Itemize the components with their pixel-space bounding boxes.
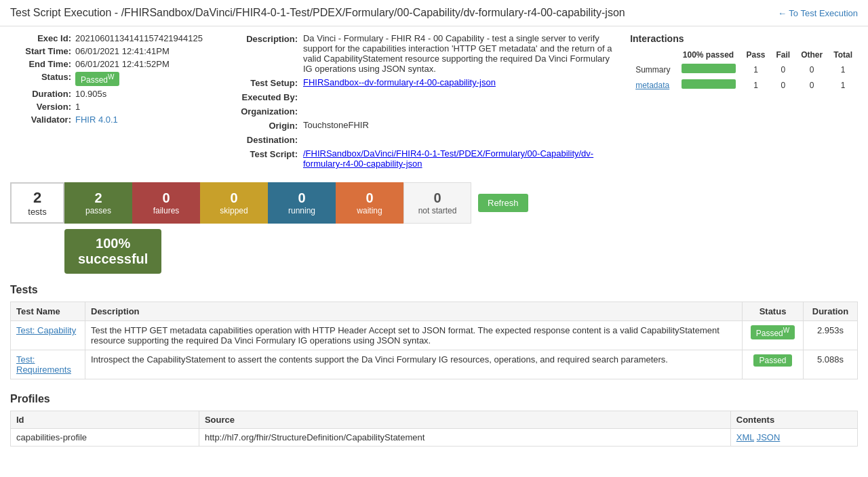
title-path: /FHIRSandbox/DaVinci/FHIR4-0-1-Test/PDEX… xyxy=(121,7,625,18)
test-duration: 2.953s xyxy=(804,321,858,350)
col-total: Total xyxy=(828,48,858,62)
test-script-link[interactable]: /FHIRSandbox/DaVinci/FHIR4-0-1-Test/PDEX… xyxy=(303,148,593,169)
tests-col-status: Status xyxy=(743,302,804,321)
counter-skipped: 0 skipped xyxy=(200,182,268,224)
tests-header-row: Test Name Description Status Duration xyxy=(11,302,858,321)
tests-section-title: Tests xyxy=(10,284,858,296)
interaction-pass: 1 xyxy=(741,62,771,77)
executed-by-row: Executed By: xyxy=(216,91,616,102)
test-setup-link[interactable]: FHIRSandbox--dv-formulary-r4-00-capabili… xyxy=(303,77,496,87)
success-line2: successful xyxy=(78,251,148,267)
running-count: 0 xyxy=(298,190,305,206)
tests-col-duration: Duration xyxy=(804,302,858,321)
refresh-button[interactable]: Refresh xyxy=(478,194,528,212)
profile-id: capabilities-profile xyxy=(11,429,199,447)
end-time-row: End Time: 06/01/2021 12:41:52PM xyxy=(10,59,203,69)
test-script-row: Test Script: /FHIRSandbox/DaVinci/FHIR4-… xyxy=(216,148,616,169)
profile-json-link[interactable]: JSON xyxy=(757,432,781,442)
interaction-progress xyxy=(676,77,741,93)
test-status: Passed xyxy=(743,350,804,379)
desc-label: Description: xyxy=(216,33,298,74)
profiles-col-id: Id xyxy=(11,411,199,429)
exec-id-row: Exec Id: 20210601134141157421944125 xyxy=(10,33,203,43)
origin-label: Origin: xyxy=(216,120,298,131)
test-script-value: /FHIRSandbox/DaVinci/FHIR4-0-1-Test/PDEX… xyxy=(303,148,616,169)
start-time-label: Start Time: xyxy=(10,46,71,56)
duration-label: Duration: xyxy=(10,89,71,99)
back-link[interactable]: ← To Test Execution xyxy=(778,8,858,18)
validator-label: Validator: xyxy=(10,115,71,125)
tests-col-name: Test Name xyxy=(11,302,85,321)
end-time-label: End Time: xyxy=(10,59,71,69)
organization-row: Organization: xyxy=(216,106,616,117)
origin-row: Origin: TouchstoneFHIR xyxy=(216,120,616,131)
interaction-fail: 0 xyxy=(771,62,796,77)
interaction-fail: 0 xyxy=(771,77,796,93)
validator-link[interactable]: FHIR 4.0.1 xyxy=(75,115,118,125)
interactions-header-row: 100% passed Pass Fail Other Total xyxy=(630,48,858,62)
start-time-row: Start Time: 06/01/2021 12:41:41PM xyxy=(10,46,203,56)
duration-value: 10.905s xyxy=(75,89,106,99)
interactions-table: 100% passed Pass Fail Other Total Summar… xyxy=(630,48,858,93)
interactions-panel: Interactions 100% passed Pass Fail Other… xyxy=(630,33,858,172)
counter-waiting: 0 waiting xyxy=(336,182,403,224)
counter-failures: 0 failures xyxy=(132,182,200,224)
status-badge: PassedW xyxy=(751,325,795,339)
status-badge: PassedW xyxy=(75,72,119,86)
interaction-other: 0 xyxy=(795,77,828,93)
test-setup-label: Test Setup: xyxy=(216,77,298,88)
version-row: Version: 1 xyxy=(10,102,203,112)
destination-value xyxy=(303,134,616,145)
status-badge: Passed xyxy=(753,354,791,367)
tests-table: Test Name Description Status Duration Te… xyxy=(10,302,858,379)
counter-running: 0 running xyxy=(268,182,336,224)
waiting-label: waiting xyxy=(357,206,382,215)
validator-value: FHIR 4.0.1 xyxy=(75,115,118,125)
test-name[interactable]: Test: Capability xyxy=(11,321,85,350)
status-label: Status: xyxy=(10,72,71,86)
test-setup-value: FHIRSandbox--dv-formulary-r4-00-capabili… xyxy=(303,77,616,88)
destination-row: Destination: xyxy=(216,134,616,145)
profiles-col-source: Source xyxy=(199,411,730,429)
interaction-pass: 1 xyxy=(741,77,771,93)
interaction-other: 0 xyxy=(795,62,828,77)
page-title: Test Script Execution - /FHIRSandbox/DaV… xyxy=(10,7,625,19)
version-value: 1 xyxy=(75,102,80,112)
skipped-count: 0 xyxy=(230,190,237,206)
profile-row: capabilities-profilehttp://hl7.org/fhir/… xyxy=(11,429,858,447)
status-value: PassedW xyxy=(75,72,119,86)
profile-source: http://hl7.org/fhir/StructureDefinition/… xyxy=(199,429,730,447)
main-content: Exec Id: 20210601134141157421944125 Star… xyxy=(0,26,868,453)
tests-count: 2 xyxy=(33,189,41,207)
col-name xyxy=(630,48,675,62)
profiles-table: Id Source Contents capabilities-profileh… xyxy=(10,411,858,447)
title-prefix: Test Script Execution - xyxy=(10,7,118,18)
success-box: 100% successful xyxy=(64,229,161,274)
back-arrow-icon: ← xyxy=(778,8,787,18)
interaction-total: 1 xyxy=(828,62,858,77)
profiles-col-contents: Contents xyxy=(730,411,857,429)
profiles-header-row: Id Source Contents xyxy=(11,411,858,429)
test-description: Introspect the CapabilityStatement to as… xyxy=(85,350,743,379)
description-row: Description: Da Vinci - Formulary - FHIR… xyxy=(216,33,616,74)
profile-xml-link[interactable]: XML xyxy=(736,432,754,442)
table-row: Test: CapabilityTest the HTTP GET metada… xyxy=(11,321,858,350)
interaction-row: metadata1001 xyxy=(630,77,858,93)
interactions-title: Interactions xyxy=(630,33,858,44)
counters-wrapper: 2 tests 2 passes 0 failures 0 skipped 0 … xyxy=(10,182,858,274)
table-row: Test: RequirementsIntrospect the Capabil… xyxy=(11,350,858,379)
executed-by-label: Executed By: xyxy=(216,91,298,102)
exec-id-label: Exec Id: xyxy=(10,33,71,43)
end-time-value: 06/01/2021 12:41:52PM xyxy=(75,59,170,69)
test-setup-row: Test Setup: FHIRSandbox--dv-formulary-r4… xyxy=(216,77,616,88)
interaction-name[interactable]: metadata xyxy=(630,77,675,93)
info-section: Exec Id: 20210601134141157421944125 Star… xyxy=(10,33,858,172)
test-name[interactable]: Test: Requirements xyxy=(11,350,85,379)
description-panel: Description: Da Vinci - Formulary - FHIR… xyxy=(216,33,616,172)
profiles-section-title: Profiles xyxy=(10,393,858,405)
profile-contents: XML JSON xyxy=(730,429,857,447)
col-fail: Fail xyxy=(771,48,796,62)
start-time-value: 06/01/2021 12:41:41PM xyxy=(75,46,170,56)
test-status: PassedW xyxy=(743,321,804,350)
interaction-progress xyxy=(676,62,741,77)
